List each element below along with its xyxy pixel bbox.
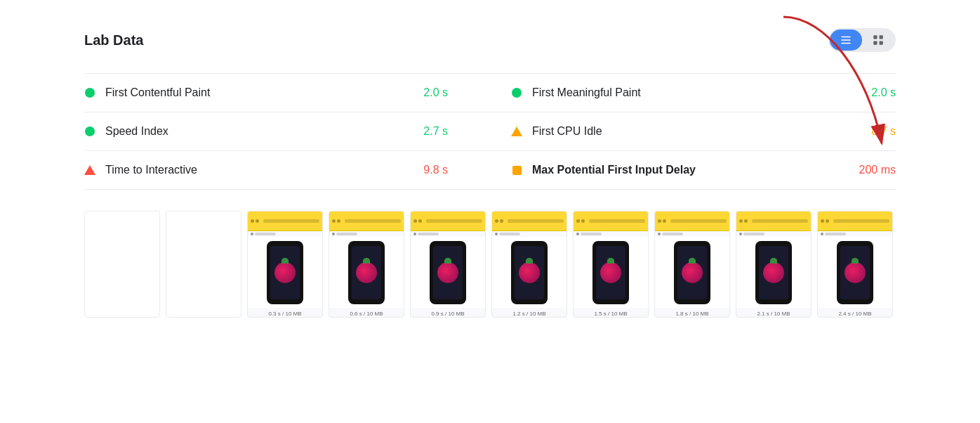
metric-row: Speed Index 2.7 s: [84, 112, 490, 151]
metric-row: Max Potential First Input Delay 200 ms: [490, 151, 896, 190]
metric-row: First Contentful Paint 2.0 s: [84, 74, 490, 112]
metrics-grid: First Contentful Paint 2.0 s Speed Index…: [84, 73, 896, 190]
film-frame: [84, 211, 160, 318]
svg-rect-6: [880, 41, 883, 45]
right-metrics-column: First Meaningful Paint 2.0 s First CPU I…: [490, 74, 896, 190]
orange-triangle-icon: [511, 126, 522, 136]
film-caption: 1.5 s / 10 MB: [574, 311, 648, 317]
list-icon: [840, 34, 852, 46]
metric-value-tti: 9.8 s: [423, 164, 448, 176]
film-frame: 2.4 s / 10 MB: [817, 211, 893, 318]
metric-value-fci: 8.7 s: [871, 125, 896, 138]
svg-rect-2: [841, 43, 851, 44]
metric-icon-tti: [84, 164, 95, 176]
green-circle-icon: [512, 88, 522, 98]
film-caption: 1.8 s / 10 MB: [655, 311, 729, 317]
metric-value-si: 2.7 s: [423, 125, 448, 138]
metric-icon-si: [84, 126, 95, 137]
filmstrip: 0.3 s / 10 MB 0.6 s / 10 MB: [84, 211, 896, 318]
film-frame: [166, 211, 241, 318]
metric-row: Time to Interactive 9.8 s: [84, 151, 490, 190]
left-metrics-column: First Contentful Paint 2.0 s Speed Index…: [84, 74, 490, 190]
red-triangle-icon: [84, 165, 95, 175]
metric-name-fcp: First Contentful Paint: [105, 86, 423, 99]
film-frame: 1.5 s / 10 MB: [573, 211, 649, 318]
film-frame: 0.3 s / 10 MB: [247, 211, 323, 318]
metric-icon-mpfid: [511, 164, 522, 176]
grid-view-button[interactable]: [862, 30, 894, 51]
film-frame: 0.9 s / 10 MB: [410, 211, 486, 318]
film-caption: 2.1 s / 10 MB: [736, 311, 811, 317]
svg-rect-5: [873, 41, 877, 45]
svg-rect-4: [880, 35, 883, 39]
metric-icon-fmp: [511, 87, 522, 98]
green-circle-icon: [85, 126, 95, 136]
metric-name-si: Speed Index: [105, 125, 423, 138]
metric-name-tti: Time to Interactive: [105, 164, 423, 176]
metric-value-fmp: 2.0 s: [871, 86, 896, 99]
metric-name-fmp: First Meaningful Paint: [532, 86, 871, 99]
film-frame: 1.2 s / 10 MB: [491, 211, 567, 318]
view-toggle-group: [828, 28, 896, 52]
metric-name-fci: First CPU Idle: [532, 125, 871, 138]
film-caption: 1.2 s / 10 MB: [492, 311, 567, 317]
orange-square-icon: [512, 166, 522, 175]
metric-value-fcp: 2.0 s: [423, 86, 448, 99]
film-caption: 0.3 s / 10 MB: [248, 311, 322, 317]
metric-icon-fcp: [84, 87, 95, 98]
film-frame: 0.6 s / 10 MB: [329, 211, 404, 318]
metric-name-mpfid: Max Potential First Input Delay: [532, 164, 859, 176]
list-view-button[interactable]: [830, 30, 862, 51]
film-frame: 2.1 s / 10 MB: [736, 211, 812, 318]
header-row: Lab Data: [84, 28, 896, 52]
svg-rect-3: [873, 35, 877, 39]
grid-icon: [872, 34, 885, 46]
page-title: Lab Data: [84, 32, 143, 48]
svg-rect-1: [841, 39, 851, 41]
film-caption: 2.4 s / 10 MB: [818, 311, 892, 317]
metric-icon-fci: [511, 126, 522, 137]
metric-row: First CPU Idle 8.7 s: [490, 112, 896, 151]
svg-rect-0: [841, 37, 851, 38]
film-frame: 1.8 s / 10 MB: [654, 211, 730, 318]
green-circle-icon: [85, 88, 95, 98]
film-caption: 0.6 s / 10 MB: [329, 311, 404, 317]
metric-row: First Meaningful Paint 2.0 s: [490, 74, 896, 112]
film-caption: 0.9 s / 10 MB: [411, 311, 485, 317]
metric-value-mpfid: 200 ms: [859, 164, 896, 176]
